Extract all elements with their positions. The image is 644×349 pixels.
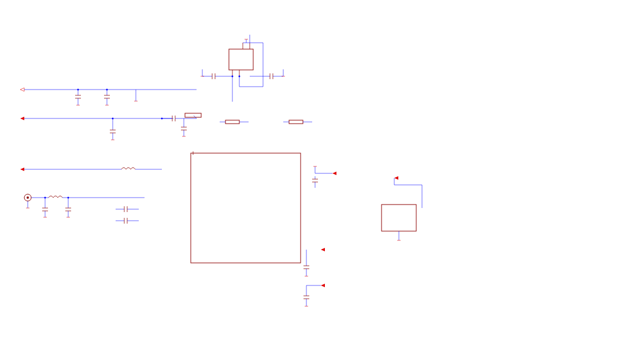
cap-c16-c17	[116, 206, 139, 224]
cap-c2	[239, 35, 286, 87]
power-rail-top	[20, 88, 197, 91]
svg-rect-49	[185, 113, 201, 117]
svg-point-29	[77, 89, 79, 91]
power-rail-mid	[20, 117, 173, 120]
vdd-sdio-block	[304, 248, 325, 306]
svg-rect-118	[382, 205, 416, 231]
svg-point-70	[27, 196, 29, 199]
cap-c6	[181, 118, 187, 136]
svg-point-82	[68, 197, 69, 199]
svg-rect-0	[229, 49, 253, 70]
cap-c14	[42, 197, 48, 218]
res-r3	[283, 120, 312, 124]
svg-rect-58	[289, 120, 303, 124]
cap-c9	[110, 118, 116, 140]
cap-c5	[161, 116, 197, 121]
svg-point-20	[239, 76, 240, 77]
flash-chip	[382, 176, 422, 240]
cap-c4	[312, 166, 336, 188]
crystal-to-chip	[232, 76, 263, 102]
svg-rect-55	[225, 120, 239, 124]
cap-c1	[201, 69, 234, 79]
cap-c15	[65, 197, 71, 218]
cap-c20	[104, 89, 110, 106]
cap-c3	[75, 89, 81, 106]
svg-point-62	[112, 118, 114, 120]
svg-point-44	[161, 118, 163, 120]
inductor-l5	[121, 168, 162, 169]
crystal-block	[229, 39, 253, 76]
svg-point-76	[45, 197, 46, 199]
schematic-main	[0, 0, 457, 347]
svg-rect-95	[191, 153, 301, 263]
svg-point-35	[106, 89, 108, 91]
chip-esp32	[191, 151, 301, 263]
power-rail-low	[20, 168, 162, 171]
inductor-l4	[49, 196, 145, 198]
res-r1	[185, 113, 201, 118]
res-r2	[220, 120, 249, 124]
